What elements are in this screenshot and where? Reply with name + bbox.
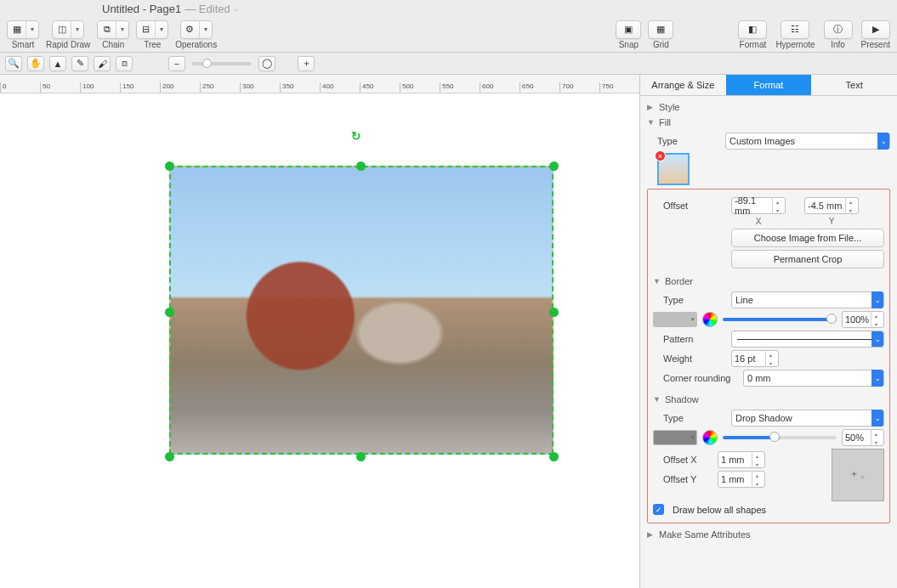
fill-section-header[interactable]: ▼Fill [647,115,890,130]
info-button[interactable]: ⓘ [824,20,853,39]
ruler-tick: 100 [80,82,120,93]
rapid-draw-button[interactable]: ◫▾ [52,20,84,39]
choose-image-label: Choose Image from File... [754,233,862,243]
tab-format[interactable]: Format [726,75,812,95]
delete-thumbnail-icon[interactable]: × [655,150,666,161]
make-same-section-header[interactable]: ▶Make Same Attributes [647,527,890,542]
rotate-handle-icon[interactable]: ↻ [351,129,361,139]
offset-y-input[interactable]: -4.5 mm▴▾ [804,197,859,214]
fill-type-value: Custom Images [730,136,795,146]
eyedropper-tool[interactable]: ✎ [71,56,88,71]
resize-handle-w[interactable] [165,308,174,317]
ruler-tick: 650 [519,82,559,93]
zoom-slider[interactable] [192,62,252,65]
stepper-icon[interactable]: ▴▾ [871,311,881,328]
stepper-icon[interactable]: ▴▾ [752,451,762,468]
rapid-label: Rapid Draw [46,40,90,49]
pattern-label: Pattern [653,334,726,344]
weight-input[interactable]: 16 pt▴▾ [731,350,779,367]
shadow-opacity-slider[interactable] [723,436,837,439]
horizontal-ruler: 0501001502002503003504004505005506006507… [0,75,639,93]
crop-tool[interactable]: ⧈ [116,56,133,71]
canvas-area[interactable]: 0501001502002503003504004505005506006507… [0,75,639,588]
title-chevron-icon[interactable]: ⌵ [234,4,238,13]
ruler-tick: 700 [559,82,599,93]
resize-handle-nw[interactable] [165,161,174,171]
shadow-label: Shadow [665,394,699,404]
shadow-opacity-input[interactable]: 50%▴▾ [842,429,884,446]
format-panel-button[interactable]: ◧ [738,20,767,39]
select-arrow-icon: ⌄ [871,291,883,308]
stepper-icon[interactable]: ▴▾ [772,197,782,214]
snap-button[interactable]: ▣ [616,20,641,39]
resize-handle-s[interactable] [356,452,366,461]
ruler-tick: 250 [200,82,240,93]
resize-handle-ne[interactable] [549,161,559,171]
corner-rounding-select[interactable]: 0 mm⌄ [743,370,884,387]
select-arrow-icon: ⌄ [871,410,883,427]
resize-handle-se[interactable] [549,452,559,461]
title-bar: Untitled - Page1 — Edited ⌵ [0,0,897,17]
border-color-swatch[interactable]: ▾ [653,312,697,327]
present-button[interactable]: ▶ [861,20,890,39]
shadow-offset-y-value: 1 mm [721,474,745,484]
present-icon: ▶ [872,24,879,35]
present-label: Present [861,40,890,49]
selected-image[interactable] [169,166,554,455]
draw-below-label: Draw below all shapes [673,505,766,515]
offset-x-input[interactable]: -89.1 mm▴▾ [731,197,786,214]
grid-button[interactable]: ▦ [648,20,673,39]
rapid-icon: ◫ [58,24,66,35]
resize-handle-sw[interactable] [165,452,174,461]
corner-rounding-value: 0 mm [747,373,771,383]
stepper-icon[interactable]: ▴▾ [871,429,881,446]
border-opacity-slider[interactable] [723,318,837,321]
smart-button[interactable]: ▦▾ [7,20,39,39]
shadow-section-header[interactable]: ▼Shadow [653,392,884,407]
stepper-icon[interactable]: ▴▾ [765,350,775,367]
grid-icon: ▦ [656,24,665,35]
resize-handle-e[interactable] [549,308,559,317]
color-wheel-icon[interactable] [702,312,718,327]
grid-label: Grid [653,40,669,49]
resize-handle-n[interactable] [356,161,366,171]
fill-image-thumbnail[interactable]: × [657,153,690,185]
border-opacity-input[interactable]: 100%▴▾ [842,311,884,328]
fill-type-label: Type [647,136,720,146]
weight-value: 16 pt [735,353,755,364]
color-wheel-icon[interactable] [702,430,718,445]
shadow-offset-y-input[interactable]: 1 mm▴▾ [718,471,765,488]
draw-below-checkbox[interactable]: ✓ [653,504,664,515]
tab-arrange-size[interactable]: Arrange & Size [640,75,726,95]
stepper-icon[interactable]: ▴▾ [845,197,855,214]
choose-image-button[interactable]: Choose Image from File... [731,229,884,247]
chain-label: Chain [102,40,124,49]
zoom-in-button[interactable]: ＋ [298,56,315,71]
shadow-type-value: Drop Shadow [735,413,792,423]
permanent-crop-button[interactable]: Permanent Crop [731,250,884,269]
tab-text[interactable]: Text [811,75,897,95]
stepper-icon[interactable]: ▴▾ [752,471,762,488]
ruler-tick: 550 [440,82,480,93]
chevron-down-icon: ▼ [647,118,656,127]
zoom-out-button[interactable]: − [168,56,185,71]
brush-tool[interactable]: 🖌 [94,56,111,71]
zoom-fit-button[interactable]: ◯ [258,56,275,71]
fill-type-select[interactable]: Custom Images⌄ [725,133,890,150]
shadow-offset-x-input[interactable]: 1 mm▴▾ [718,451,765,468]
tree-button[interactable]: ⊟▾ [136,20,168,39]
shadow-color-swatch[interactable]: ▾ [653,430,697,445]
shadow-type-select[interactable]: Drop Shadow⌄ [731,410,884,427]
fill-tool[interactable]: ▲ [49,56,66,71]
border-type-select[interactable]: Line⌄ [731,291,884,308]
ruler-tick: 50 [40,82,80,93]
tree-label: Tree [144,40,161,49]
magnify-tool[interactable]: 🔍 [5,56,22,71]
hypernote-button[interactable]: ☷ [781,20,809,39]
hand-tool[interactable]: ✋ [27,56,44,71]
operations-button[interactable]: ⚙▾ [180,20,213,39]
pattern-select[interactable]: ⌄ [731,331,884,348]
style-section-header[interactable]: ▶Style [647,99,890,115]
chain-button[interactable]: ⧉▾ [97,20,129,39]
border-section-header[interactable]: ▼Border [653,274,884,289]
